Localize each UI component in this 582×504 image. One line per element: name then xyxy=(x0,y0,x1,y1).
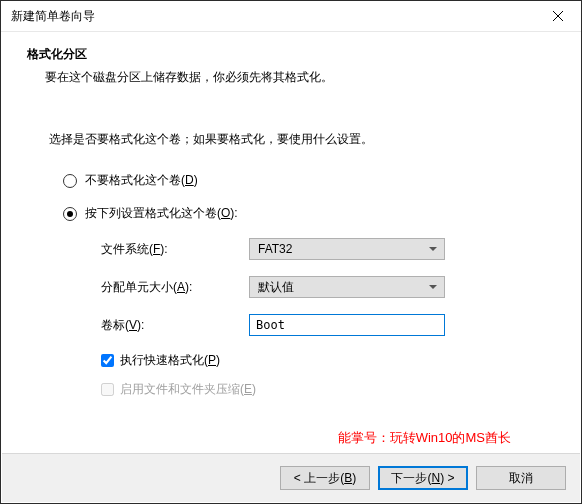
radio-format[interactable] xyxy=(63,207,77,221)
volume-label-input[interactable] xyxy=(249,314,445,336)
enable-compression-option: 启用文件和文件夹压缩(E) xyxy=(101,381,533,398)
option-do-not-format[interactable]: 不要格式化这个卷(D) xyxy=(63,172,533,189)
prompt-text: 选择是否要格式化这个卷；如果要格式化，要使用什么设置。 xyxy=(49,131,533,148)
quick-format-checkbox[interactable] xyxy=(101,354,114,367)
wizard-header: 格式化分区 要在这个磁盘分区上储存数据，你必须先将其格式化。 xyxy=(1,32,581,105)
close-icon xyxy=(553,11,563,21)
wizard-footer: < 上一步(B) 下一步(N) > 取消 xyxy=(2,453,580,502)
radio-do-not-format[interactable] xyxy=(63,174,77,188)
cancel-button[interactable]: 取消 xyxy=(476,466,566,490)
volume-label-label: 卷标(V): xyxy=(101,317,249,334)
close-button[interactable] xyxy=(535,1,581,31)
filesystem-label: 文件系统(F): xyxy=(101,241,249,258)
title-bar: 新建简单卷向导 xyxy=(1,1,581,32)
allocation-unit-select[interactable]: 默认值 xyxy=(249,276,445,298)
quick-format-label: 执行快速格式化(P) xyxy=(120,352,220,369)
format-settings: 文件系统(F): FAT32 分配单元大小(A): 默认值 卷标(V): xyxy=(101,238,533,398)
allocation-unit-label: 分配单元大小(A): xyxy=(101,279,249,296)
watermark-text: 能掌号：玩转Win10的MS酋长 xyxy=(338,429,511,447)
option-format-label: 按下列设置格式化这个卷(O): xyxy=(85,205,238,222)
header-description: 要在这个磁盘分区上储存数据，你必须先将其格式化。 xyxy=(27,69,551,86)
option-format[interactable]: 按下列设置格式化这个卷(O): xyxy=(63,205,533,222)
filesystem-select[interactable]: FAT32 xyxy=(249,238,445,260)
wizard-body: 选择是否要格式化这个卷；如果要格式化，要使用什么设置。 不要格式化这个卷(D) … xyxy=(1,105,581,398)
next-button[interactable]: 下一步(N) > xyxy=(378,466,468,490)
enable-compression-label: 启用文件和文件夹压缩(E) xyxy=(120,381,256,398)
back-button[interactable]: < 上一步(B) xyxy=(280,466,370,490)
enable-compression-checkbox xyxy=(101,383,114,396)
window-title: 新建简单卷向导 xyxy=(11,8,535,25)
header-title: 格式化分区 xyxy=(27,46,551,63)
quick-format-option[interactable]: 执行快速格式化(P) xyxy=(101,352,533,369)
option-do-not-format-label: 不要格式化这个卷(D) xyxy=(85,172,198,189)
